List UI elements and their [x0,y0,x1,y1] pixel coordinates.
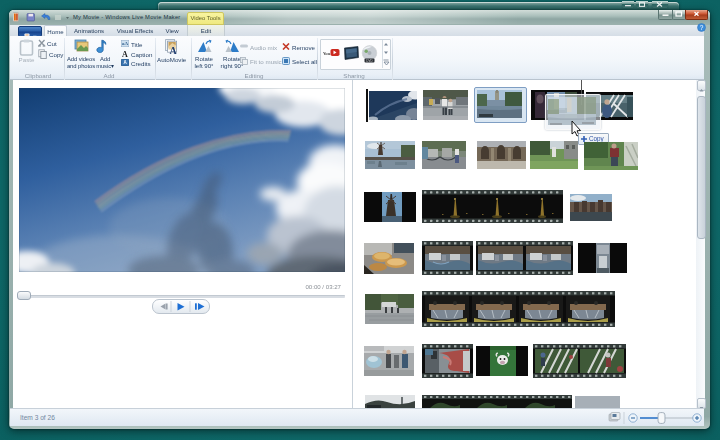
svg-text:A: A [122,50,128,57]
svg-text:A: A [169,45,177,56]
svg-text:DVD: DVD [366,59,373,63]
svg-text:aA: aA [122,41,129,46]
svg-text:You: You [323,51,331,56]
svg-text:?: ? [700,24,704,31]
